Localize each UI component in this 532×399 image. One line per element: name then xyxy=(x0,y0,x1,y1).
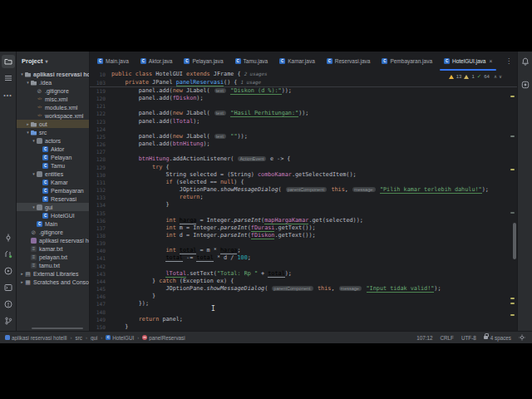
tree-item-main[interactable]: CMain xyxy=(17,219,89,228)
prev-next-problem-arrows[interactable]: ∧∨ xyxy=(494,74,504,79)
tree-item-misc-xml[interactable]: </>misc.xml xyxy=(17,95,89,103)
chevron-down-icon[interactable]: ▾ xyxy=(31,138,37,143)
right-tool-strip xyxy=(517,52,532,331)
tree-item-external-libraries[interactable]: ▸▤External Libraries xyxy=(17,269,89,278)
line-number: 103 xyxy=(90,79,111,87)
code-line: 149 return panel; xyxy=(90,316,517,323)
tree-item-aplikasi-reservasi-hote[interactable]: aplikasi reservasi hote xyxy=(17,236,89,244)
breadcrumb-item-hotelgui[interactable]: CHotelGUI xyxy=(106,335,134,341)
tree-item-pelayan-txt[interactable]: ≡pelayan.txt xyxy=(17,253,89,261)
breadcrumb-item-gui[interactable]: gui xyxy=(91,335,97,341)
tree-item-label: Pembayaran xyxy=(51,188,84,194)
tree-item-idea[interactable]: ▾.idea xyxy=(17,78,89,86)
package-icon xyxy=(37,138,42,144)
weak-warning-icon xyxy=(464,75,469,79)
line-number: 124 xyxy=(90,126,111,133)
text-file-icon: ≡ xyxy=(31,263,37,268)
close-icon[interactable]: × xyxy=(489,58,492,64)
chevron-down-icon[interactable]: ▾ xyxy=(25,80,31,85)
tree-item-aplikasi-reservasi-hote[interactable]: ▾aplikasi reservasi hote xyxy=(17,70,89,78)
tree-item-gui[interactable]: ▾gui xyxy=(17,203,89,211)
tree-item-gitignore[interactable]: ⊘.gitignore xyxy=(17,228,89,236)
tab-overflow-menu-icon[interactable]: ⋮ xyxy=(500,52,517,71)
code-line: 139 xyxy=(90,239,517,247)
chevron-right-icon[interactable]: ▸ xyxy=(19,271,25,276)
pull-requests-icon[interactable] xyxy=(2,248,15,261)
tree-item-hotelgui[interactable]: CHotelGUI xyxy=(17,211,89,219)
tree-item-pembayaran[interactable]: CPembayaran xyxy=(17,186,89,195)
chevron-right-icon[interactable]: ▸ xyxy=(19,279,25,284)
status-107-12[interactable]: 107:12 xyxy=(416,335,432,341)
code-text: }); xyxy=(111,300,149,308)
chevron-down-icon[interactable]: ▾ xyxy=(31,204,37,209)
tree-item-entities[interactable]: ▾entities xyxy=(17,170,89,178)
tree-item-out[interactable]: ▸out xyxy=(17,120,89,128)
tree-item-kamar-txt[interactable]: ≡kamar.txt xyxy=(17,244,89,253)
tree-item-kamar[interactable]: CKamar xyxy=(17,178,89,186)
structure-icon[interactable] xyxy=(2,71,15,85)
tab-aktor-java[interactable]: CAktor.java xyxy=(135,52,179,71)
chevron-right-icon[interactable]: ▸ xyxy=(25,121,31,126)
tab-pelayan-java[interactable]: CPelayan.java xyxy=(178,52,229,71)
scrollbar-thumb[interactable] xyxy=(513,223,516,259)
services-icon[interactable] xyxy=(2,264,15,278)
breadcrumb-separator: › xyxy=(86,335,87,340)
project-panel-header[interactable]: Project ▾ xyxy=(17,52,89,70)
tree-horizontal-scrollbar[interactable] xyxy=(32,328,83,329)
project-folder-icon[interactable] xyxy=(2,55,15,68)
tree-item-modules-xml[interactable]: </>modules.xml xyxy=(17,103,89,111)
chevron-down-icon[interactable]: ▾ xyxy=(19,71,25,76)
chevron-down-icon[interactable]: ▾ xyxy=(25,130,31,135)
line-number: 136 xyxy=(90,217,111,224)
notification-bell-icon[interactable] xyxy=(519,55,532,68)
tab-main-java[interactable]: CMain.java xyxy=(91,52,135,71)
tree-item-tamu[interactable]: CTamu xyxy=(17,161,89,170)
tree-item-tamu-txt[interactable]: ≡tamu.txt xyxy=(17,261,89,269)
tree-item-label: actors xyxy=(45,138,61,144)
breadcrumb-label: src xyxy=(76,335,82,341)
tree-item-gitignore[interactable]: ⊘.gitignore xyxy=(17,86,89,95)
tree-item-workspace-xml[interactable]: </>workspace.xml xyxy=(17,111,89,120)
status-gear-widget[interactable] xyxy=(519,334,525,341)
breadcrumb-item-aplikasi-reservasi-hotelll[interactable]: aplikasi reservasi hotelll xyxy=(5,335,67,341)
terminal-icon[interactable] xyxy=(2,281,15,294)
tree-item-scratches-and-consoles[interactable]: ▸▦Scratches and Consoles xyxy=(17,278,89,286)
project-panel: Project ▾ ▾aplikasi reservasi hote▾.idea… xyxy=(17,52,90,331)
tree-item-src[interactable]: ▾src xyxy=(17,128,89,136)
line-number: 131 xyxy=(90,179,111,186)
warning-count: 13 xyxy=(456,74,462,79)
git-branch-icon[interactable] xyxy=(2,314,15,328)
tree-item-reservasi[interactable]: CReservasi xyxy=(17,195,89,203)
weak-warning-count: 1 xyxy=(471,74,474,79)
more-icon[interactable]: ••• xyxy=(2,88,15,101)
tab-tamu-java[interactable]: CTamu.java xyxy=(229,52,274,71)
tree-item-label: workspace.xml xyxy=(45,113,83,119)
tree-item-label: Reservasi xyxy=(51,196,76,202)
status-crlf[interactable]: CRLF xyxy=(441,335,454,341)
ai-assistant-icon[interactable] xyxy=(519,78,532,91)
tree-item-label: gui xyxy=(45,204,52,210)
tree-item-label: tamu.txt xyxy=(39,263,60,268)
class-icon: C xyxy=(235,58,241,64)
editor[interactable]: 10public class HotelGUI extends JFrame {… xyxy=(90,71,517,331)
tab-pembayaran-java[interactable]: CPembayaran.java xyxy=(376,52,438,71)
status-utf-8[interactable]: UTF-8 xyxy=(461,335,476,341)
commit-icon[interactable] xyxy=(2,231,15,244)
status-4-spaces[interactable]: 4 spaces xyxy=(484,335,511,341)
breadcrumb-item-src[interactable]: src xyxy=(76,335,82,341)
line-number: 133 xyxy=(90,194,111,201)
line-number: 149 xyxy=(90,316,111,323)
tab-kamar-java[interactable]: CKamar.java xyxy=(273,52,321,71)
problems-icon[interactable] xyxy=(2,298,15,311)
error-stripe[interactable] xyxy=(509,71,517,331)
inspections-widget[interactable]: 13 1 ✓ 64 ∧∨ xyxy=(449,73,504,80)
tree-item-actors[interactable]: ▾actors xyxy=(17,136,89,145)
tree-item-pelayan[interactable]: CPelayan xyxy=(17,153,89,161)
status-label: 4 spaces xyxy=(490,335,511,341)
tab-hotelgui-java[interactable]: CHotelGUI.java× xyxy=(438,52,498,71)
tree-item-aktor[interactable]: CAktor xyxy=(17,145,89,153)
class-icon: C xyxy=(279,58,285,64)
tab-reservasi-java[interactable]: CReservasi.java xyxy=(321,52,377,71)
chevron-down-icon[interactable]: ▾ xyxy=(31,171,37,176)
breadcrumb-item-panelreservasi[interactable]: mpanelReservasi xyxy=(142,335,185,341)
